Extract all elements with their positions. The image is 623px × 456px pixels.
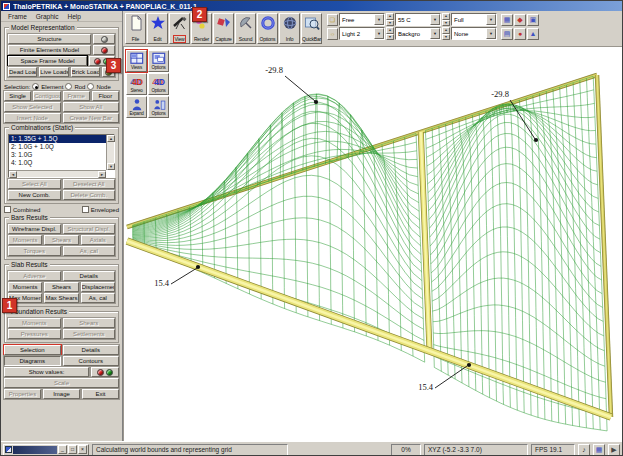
combination-item[interactable]: 1: 1.35G + 1.5Q bbox=[9, 135, 114, 143]
palette-expand-options-button[interactable]: Options bbox=[148, 96, 169, 118]
slab-details-button[interactable]: Details bbox=[63, 271, 116, 281]
dead-loads-button[interactable]: Dead Loads bbox=[8, 67, 37, 77]
radio-node[interactable] bbox=[87, 83, 94, 90]
show-all-button[interactable]: Show All bbox=[63, 102, 120, 112]
contours-button[interactable]: Contours bbox=[63, 356, 120, 366]
toolbar-button-file[interactable]: File bbox=[125, 13, 146, 44]
spin-down-icon[interactable]: ▼ bbox=[442, 20, 450, 27]
create-new-bar-button[interactable]: Create New Bar bbox=[63, 113, 120, 123]
foundation-pressures-button[interactable]: Pressures bbox=[8, 329, 61, 339]
horizontal-scrollbar[interactable]: ◄► bbox=[9, 170, 106, 177]
view-mode-combo[interactable]: Free▼ bbox=[339, 13, 385, 26]
combination-item[interactable]: 4: 1.0Q bbox=[9, 159, 114, 167]
show-values-led-button[interactable] bbox=[91, 367, 119, 377]
toolbar-button-info[interactable]: Info bbox=[279, 13, 300, 44]
slab-adverse-button[interactable]: Adverse bbox=[8, 271, 61, 281]
angle-spinner[interactable]: ▲▼ bbox=[386, 13, 394, 26]
mini-dot-button[interactable]: ● bbox=[514, 28, 526, 40]
chevron-down-icon[interactable]: ▼ bbox=[374, 14, 384, 25]
image-button[interactable]: Image bbox=[43, 389, 80, 399]
foundation-moments-button[interactable]: Moments bbox=[8, 318, 61, 328]
background-spinner[interactable]: ▲▼ bbox=[386, 27, 394, 40]
space-frame-button[interactable]: Space Frame Model bbox=[8, 56, 87, 66]
bars-as-cal-button[interactable]: As, cal bbox=[63, 246, 116, 256]
bars-axials-button[interactable]: Axials bbox=[81, 235, 115, 245]
slab-as-cal-button[interactable]: As, cal bbox=[81, 293, 115, 303]
extra-combo[interactable]: None▼ bbox=[451, 27, 497, 40]
delete-comb-button[interactable]: Delete Comb. bbox=[63, 190, 116, 200]
background-combo[interactable]: Backgro▼ bbox=[395, 27, 441, 40]
floor-button[interactable]: Floor bbox=[92, 91, 119, 101]
contiguous-button[interactable]: Contiguous bbox=[33, 91, 60, 101]
viewport-3d[interactable]: Views Options 4D4D Stereo 4D4D Options bbox=[123, 47, 622, 441]
menu-help[interactable]: Help bbox=[64, 13, 85, 20]
light-icon[interactable]: ☼ bbox=[327, 28, 338, 40]
preset-icon[interactable]: ❏ bbox=[327, 14, 338, 26]
menu-graphic[interactable]: Graphic bbox=[32, 13, 63, 20]
select-all-button[interactable]: Select All bbox=[8, 179, 61, 189]
cursor-status-icon[interactable]: ▶ bbox=[608, 444, 620, 456]
toolbar-button-quickbar[interactable]: QuickBar bbox=[301, 13, 322, 44]
chevron-down-icon[interactable]: ▼ bbox=[486, 14, 496, 25]
slab-moments-button[interactable]: Moments bbox=[8, 282, 42, 292]
combination-item[interactable]: 3: 1.0G bbox=[9, 151, 114, 159]
radio-rod[interactable] bbox=[65, 83, 72, 90]
toolbar-button-view[interactable]: View bbox=[169, 13, 190, 44]
fem-led-button[interactable] bbox=[93, 45, 115, 55]
scroll-left-icon[interactable]: ◄ bbox=[9, 171, 17, 178]
spin-down-icon[interactable]: ▼ bbox=[442, 34, 450, 41]
toolbar-button-edit[interactable]: Edit bbox=[147, 13, 168, 44]
chevron-down-icon[interactable]: ▼ bbox=[374, 28, 384, 39]
minimize-icon[interactable]: _ bbox=[58, 445, 67, 454]
palette-views-options-button[interactable]: Options bbox=[148, 50, 169, 72]
bars-shears-button[interactable]: Shears bbox=[44, 235, 78, 245]
palette-expand-button[interactable]: Expand bbox=[126, 96, 147, 118]
extra-spinner[interactable]: ▲▼ bbox=[442, 27, 450, 40]
scroll-up-icon[interactable]: ▲ bbox=[107, 135, 115, 142]
finite-elements-button[interactable]: Finite Elements Model bbox=[8, 45, 91, 55]
deselect-all-button[interactable]: Deselect All bbox=[63, 179, 116, 189]
combinations-listbox[interactable]: 1: 1.35G + 1.5Q 2: 1.0G + 1.0Q 3: 1.0G 4… bbox=[8, 134, 115, 178]
structure-led-button[interactable] bbox=[93, 34, 115, 44]
scroll-right-icon[interactable]: ► bbox=[98, 171, 106, 178]
toolbar-button-sound[interactable]: Sound bbox=[235, 13, 256, 44]
combined-checkbox[interactable] bbox=[4, 206, 11, 213]
bars-moments-button[interactable]: Moments bbox=[8, 235, 42, 245]
display-status-icon[interactable]: ▦ bbox=[593, 444, 605, 456]
close-icon[interactable]: × bbox=[78, 445, 87, 454]
show-selected-button[interactable]: Show Selected bbox=[4, 102, 61, 112]
menu-frame[interactable]: Frame bbox=[4, 13, 31, 20]
palette-views-button[interactable]: Views bbox=[126, 50, 147, 72]
chevron-down-icon[interactable]: ▼ bbox=[486, 28, 496, 39]
structural-displ-button[interactable]: Structural Displ. bbox=[63, 224, 116, 234]
toolbar-button-options[interactable]: Options bbox=[257, 13, 278, 44]
light-combo[interactable]: Light 2▼ bbox=[339, 27, 385, 40]
detail-combo[interactable]: Full▼ bbox=[451, 13, 497, 26]
spin-down-icon[interactable]: ▼ bbox=[386, 20, 394, 27]
mini-grid-button[interactable]: ▦ bbox=[501, 14, 513, 26]
palette-stereo-options-button[interactable]: 4D4D Options bbox=[148, 73, 169, 95]
properties-button[interactable]: Properties bbox=[4, 389, 41, 399]
app-icon[interactable] bbox=[3, 3, 10, 10]
restore-icon[interactable]: □ bbox=[68, 445, 77, 454]
details-results-button[interactable]: Details bbox=[63, 345, 120, 355]
mini-red-button[interactable]: ◆ bbox=[514, 14, 526, 26]
exit-button[interactable]: Exit bbox=[82, 389, 119, 399]
bars-torques-button[interactable]: Torques bbox=[8, 246, 61, 256]
selection-results-button[interactable]: Selection bbox=[4, 345, 61, 355]
foundation-settlements-button[interactable]: Settlements bbox=[63, 329, 116, 339]
insert-node-button[interactable]: Insert Node bbox=[4, 113, 61, 123]
sound-status-icon[interactable]: ♪ bbox=[578, 444, 590, 456]
mini-panel-button[interactable]: ▣ bbox=[527, 14, 539, 26]
enveloped-checkbox[interactable] bbox=[82, 206, 89, 213]
detail-spinner[interactable]: ▲▼ bbox=[442, 13, 450, 26]
wireframe-displ-button[interactable]: Wireframe Displ. bbox=[8, 224, 61, 234]
show-values-button[interactable]: Show values: bbox=[4, 367, 89, 377]
mini-tri-button[interactable]: ▲ bbox=[527, 28, 539, 40]
brick-loads-button[interactable]: Brick Loads bbox=[71, 67, 100, 77]
foundation-shears-button[interactable]: Shears bbox=[63, 318, 116, 328]
slab-displacements-button[interactable]: Displacements bbox=[81, 282, 115, 292]
minimized-window[interactable]: _ □ × bbox=[3, 444, 89, 456]
chevron-down-icon[interactable]: ▼ bbox=[430, 14, 440, 25]
radio-element[interactable] bbox=[32, 83, 39, 90]
